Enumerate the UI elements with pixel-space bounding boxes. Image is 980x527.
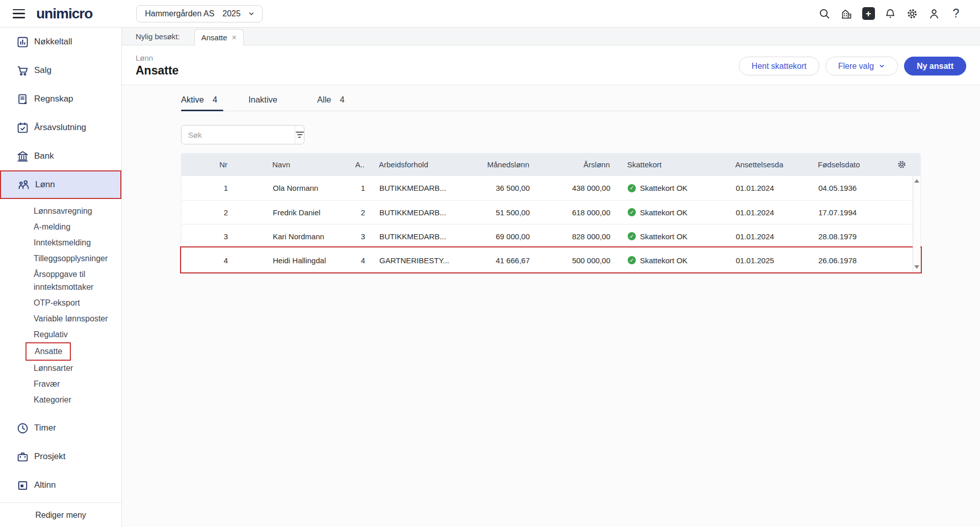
hamburger-menu-icon[interactable] — [13, 9, 25, 18]
help-icon[interactable]: ? — [949, 7, 963, 20]
cart-icon — [16, 64, 29, 77]
sidebar-item-bank[interactable]: Bank — [0, 142, 121, 170]
cell-ansettelsesdato: 01.01.2025 — [701, 256, 784, 265]
sidebar-item-label: Nøkkeltall — [34, 37, 72, 47]
tab-inaktive[interactable]: Inaktive — [248, 95, 292, 111]
col-header-arbeidsforhold[interactable]: Arbeidsforhold — [365, 160, 467, 169]
cell-fodselsdato: 17.07.1994 — [784, 208, 860, 217]
table-scrollbar[interactable] — [913, 176, 920, 272]
settings-icon[interactable] — [906, 7, 919, 20]
sidebar-item-label: Timer — [34, 423, 56, 433]
recently-visited-strip: Nylig besøkt: Ansatte × — [122, 28, 980, 45]
skattekort-status-label: Skattekort OK — [640, 184, 687, 192]
check-circle-icon: ✓ — [628, 232, 636, 240]
sidebar-subitem-label: Lønnsarter — [34, 362, 73, 374]
recent-tab-ansatte[interactable]: Ansatte × — [194, 29, 244, 45]
sidebar-subitem[interactable]: Ansatte — [0, 342, 121, 360]
table-row[interactable]: 2Fredrik Daniel2BUTIKKMEDARB...51 500,00… — [182, 200, 920, 224]
sidebar-menu: Nøkkeltall Salg Regnskap Årsavslutning B — [0, 28, 121, 503]
sidebar-subitem[interactable]: Inntektsmelding — [0, 235, 121, 250]
people-icon — [17, 178, 30, 191]
new-employee-button[interactable]: Ny ansatt — [904, 57, 966, 76]
cell-nr: 2 — [182, 208, 228, 217]
table-row[interactable]: 4Heidi Hallingdal4GARTNERIBESTY...41 666… — [182, 248, 920, 272]
sidebar-item-timer[interactable]: Timer — [0, 414, 121, 442]
sidebar-item-salg[interactable]: Salg — [0, 56, 121, 85]
cell-arslonn: 828 000,00 — [530, 232, 610, 241]
sidebar-subitem-label: Fravær — [34, 378, 60, 390]
col-header-skattekort[interactable]: Skattekort — [610, 160, 701, 169]
sidebar-subitem[interactable]: Variable lønnsposter — [0, 311, 121, 327]
scroll-up-icon[interactable] — [914, 179, 919, 183]
breadcrumb: Lønn — [136, 54, 178, 62]
tab-alle[interactable]: Alle 4 — [317, 95, 351, 111]
sidebar-subitem[interactable]: Lønnsarter — [0, 360, 121, 376]
cell-manedslonn: 69 000,00 — [467, 232, 530, 241]
sidebar-item-label: Regnskap — [34, 94, 73, 104]
cell-ansettelsesdato: 01.01.2024 — [701, 208, 784, 217]
sidebar-item-lonn[interactable]: Lønn — [0, 170, 121, 199]
more-options-button[interactable]: Flere valg — [826, 57, 898, 76]
fetch-taxcards-button[interactable]: Hent skattekort — [739, 57, 819, 76]
sidebar-subitem[interactable]: Fravær — [0, 376, 121, 392]
col-header-ansattnr[interactable]: A.. — [340, 160, 365, 169]
table-rows: 1Ola Normann1BUTIKKMEDARB...36 500,00438… — [181, 176, 921, 272]
cell-skattekort: ✓Skattekort OK — [610, 184, 701, 192]
sidebar-item-altinn[interactable]: Altinn — [0, 471, 121, 499]
company-year: 2025 — [222, 9, 241, 18]
sidebar-subitem-label: Årsoppgave til inntektsmottaker — [34, 268, 111, 293]
sidebar-item-label: Altinn — [34, 480, 56, 490]
cell-fodselsdato: 28.08.1979 — [784, 232, 860, 241]
sidebar-subitem[interactable]: OTP-eksport — [0, 295, 121, 311]
sidebar-subitem[interactable]: A-melding — [0, 219, 121, 235]
sidebar-item-arsavslutning[interactable]: Årsavslutning — [0, 113, 121, 142]
cell-navn: Kari Nordmann — [228, 232, 340, 241]
add-icon[interactable]: + — [862, 7, 875, 20]
sidebar-subitem-label: A-melding — [34, 220, 70, 233]
sidebar-subitem[interactable]: Lønnsavregning — [0, 203, 121, 219]
company-selector[interactable]: Hammergården AS 2025 — [136, 5, 263, 22]
notifications-icon[interactable] — [884, 7, 897, 20]
cell-navn: Heidi Hallingdal — [228, 256, 340, 265]
calendar-check-icon — [16, 121, 29, 134]
cell-nr: 3 — [182, 232, 228, 241]
sidebar-subitem[interactable]: Regulativ — [0, 327, 121, 342]
col-header-manedslonn[interactable]: Månedslønn — [467, 160, 529, 169]
cell-navn: Ola Normann — [228, 184, 340, 192]
col-header-arslonn[interactable]: Årslønn — [529, 160, 610, 169]
company-icon[interactable] — [840, 7, 853, 20]
scroll-down-icon[interactable] — [914, 265, 919, 269]
new-employee-label: Ny ansatt — [917, 62, 953, 71]
sidebar-subitem[interactable]: Årsoppgave til inntektsmottaker — [0, 266, 121, 295]
cell-ansattnr: 2 — [340, 208, 365, 217]
close-icon[interactable]: × — [232, 34, 237, 42]
col-header-fodselsdato[interactable]: Fødselsdato — [783, 160, 860, 169]
edit-menu-button[interactable]: Rediger meny — [0, 503, 121, 527]
search-icon[interactable] — [818, 7, 831, 20]
search-input[interactable] — [182, 126, 295, 144]
company-name: Hammergården AS — [145, 9, 214, 18]
table-row[interactable]: 3Kari Nordmann3BUTIKKMEDARB...69 000,008… — [182, 224, 920, 248]
sidebar-subitem[interactable]: Kategorier — [0, 392, 121, 408]
user-icon[interactable] — [927, 7, 941, 20]
skattekort-status-label: Skattekort OK — [640, 256, 687, 265]
col-header-nr[interactable]: Nr — [181, 160, 227, 169]
table-settings-gear-icon[interactable] — [860, 160, 921, 169]
col-header-ansettelsesdato[interactable]: Ansettelsesdato — [701, 160, 783, 169]
sidebar-item-nokkeltall[interactable]: Nøkkeltall — [0, 28, 121, 56]
cell-manedslonn: 41 666,67 — [467, 256, 530, 265]
sidebar-item-prosjekt[interactable]: Prosjekt — [0, 442, 121, 471]
tab-aktive[interactable]: Aktive 4 — [181, 95, 223, 111]
bank-icon — [16, 149, 29, 163]
table-row[interactable]: 1Ola Normann1BUTIKKMEDARB...36 500,00438… — [182, 176, 920, 200]
chevron-down-icon — [879, 63, 885, 69]
filter-button[interactable] — [295, 126, 304, 144]
sidebar-item-label: Prosjekt — [34, 451, 65, 462]
col-header-navn[interactable]: Navn — [227, 160, 340, 169]
cell-arbeidsforhold: BUTIKKMEDARB... — [365, 208, 467, 217]
top-bar: unimicro Hammergården AS 2025 + ? — [0, 0, 980, 28]
sidebar-subitem[interactable]: Tilleggsopplysninger — [0, 250, 121, 266]
sidebar-item-regnskap[interactable]: Regnskap — [0, 85, 121, 113]
main-content: Nylig besøkt: Ansatte × Lønn Ansatte Hen… — [122, 28, 980, 527]
app-logo: unimicro — [36, 6, 92, 22]
